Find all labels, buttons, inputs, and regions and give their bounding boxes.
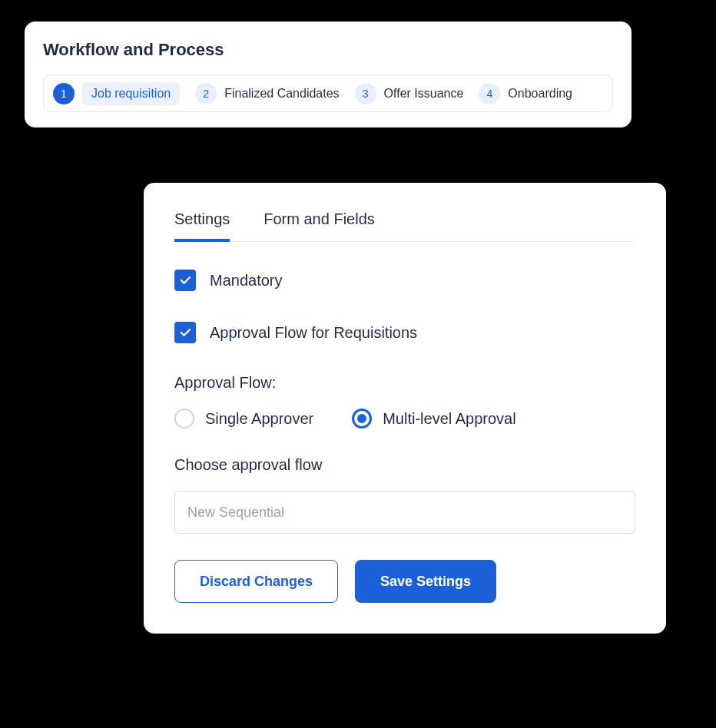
step-badge-3: 3 <box>355 83 376 104</box>
step-label-4: Onboarding <box>508 82 572 105</box>
workflow-steps: 1 Job requisition 2 Finalized Candidates… <box>43 75 613 112</box>
checkbox-row-approval-flow: Approval Flow for Requisitions <box>174 322 635 343</box>
discard-changes-button[interactable]: Discard Changes <box>174 560 338 603</box>
workflow-title: Workflow and Process <box>43 40 613 60</box>
save-settings-button[interactable]: Save Settings <box>355 560 496 603</box>
checkbox-row-mandatory: Mandatory <box>174 270 635 291</box>
step-label-2: Finalized Candidates <box>224 82 339 105</box>
radio-single-approver[interactable]: Single Approver <box>174 409 313 429</box>
step-label-1: Job requisition <box>82 82 180 105</box>
radio-multi-level-circle <box>352 409 372 429</box>
step-finalized-candidates[interactable]: 2 Finalized Candidates <box>195 82 339 105</box>
checkbox-approval-flow-label: Approval Flow for Requisitions <box>210 324 417 342</box>
step-onboarding[interactable]: 4 Onboarding <box>479 82 572 105</box>
check-icon <box>178 273 192 287</box>
radio-single-approver-label: Single Approver <box>205 410 313 428</box>
radio-single-approver-circle <box>174 409 194 429</box>
check-icon <box>178 326 192 339</box>
step-label-3: Offer Issuance <box>384 82 464 105</box>
radio-row: Single Approver Multi-level Approval <box>174 409 635 429</box>
workflow-card: Workflow and Process 1 Job requisition 2… <box>25 22 631 127</box>
tabs: Settings Form and Fields <box>174 210 635 242</box>
checkbox-mandatory[interactable] <box>174 270 196 291</box>
approval-flow-label: Approval Flow: <box>174 374 635 392</box>
step-badge-4: 4 <box>479 83 500 104</box>
step-job-requisition[interactable]: 1 Job requisition <box>53 82 180 105</box>
tab-settings[interactable]: Settings <box>174 210 230 242</box>
radio-multi-level-label: Multi-level Approval <box>383 410 515 428</box>
step-badge-1: 1 <box>53 83 75 104</box>
settings-card: Settings Form and Fields Mandatory Appro… <box>144 183 666 634</box>
approval-flow-input[interactable] <box>174 491 635 534</box>
checkbox-mandatory-label: Mandatory <box>210 272 283 290</box>
radio-multi-level-approval[interactable]: Multi-level Approval <box>352 409 515 429</box>
step-badge-2: 2 <box>195 83 217 104</box>
button-row: Discard Changes Save Settings <box>174 560 635 603</box>
choose-approval-flow-label: Choose approval flow <box>174 456 635 474</box>
step-offer-issuance[interactable]: 3 Offer Issuance <box>355 82 464 105</box>
checkbox-approval-flow[interactable] <box>174 322 196 343</box>
tab-form-and-fields[interactable]: Form and Fields <box>264 210 375 242</box>
